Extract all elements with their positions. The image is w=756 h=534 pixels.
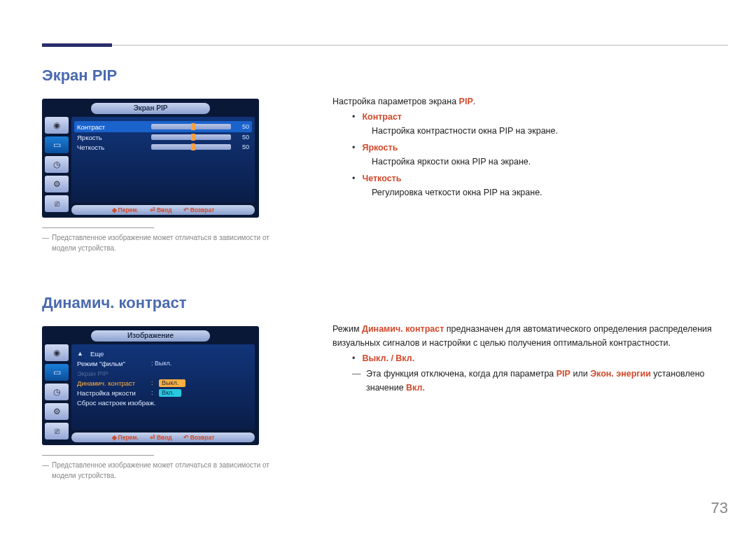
osd-sidebar: ◉ ▭ ◷ ⚙ ⎚ xyxy=(45,344,69,430)
gear-icon: ⚙ xyxy=(45,176,69,192)
bullet-list: Контраст Настройка контрастности окна PI… xyxy=(352,110,728,199)
slider-track xyxy=(151,144,231,150)
section-title: Экран PIP xyxy=(42,66,728,85)
osd-sidebar: ◉ ▭ ◷ ⚙ ⎚ xyxy=(45,117,69,202)
osd-footer-enter: ⏎Ввод xyxy=(150,434,172,441)
note-rule xyxy=(42,227,154,228)
osd-footer-return: ↶Возврат xyxy=(183,434,215,441)
osd-value: 50 xyxy=(235,143,249,150)
diamond-icon: ◆ xyxy=(112,206,117,213)
intro-line: Настройка параметров экрана PIP. xyxy=(332,94,728,108)
osd-footer: ◆Перем. ⏎Ввод ↶Возврат xyxy=(71,433,255,442)
bullet-desc: Настройка яркости окна PIP на экране. xyxy=(372,155,728,169)
osd-label: Еще xyxy=(90,350,104,358)
display-icon: ▭ xyxy=(45,136,69,153)
return-icon: ↶ xyxy=(183,206,189,213)
clock-icon: ◷ xyxy=(45,384,69,400)
bullet-desc: Регулировка четкости окна PIP на экране. xyxy=(372,185,728,199)
disclaimer-note: Представленное изображение может отличат… xyxy=(42,460,276,481)
body-paragraph: Режим Динамич. контраст предназначен для… xyxy=(332,322,728,350)
osd-label: Режим "фильм" xyxy=(77,360,147,367)
osd-label: Динамич. контраст xyxy=(77,379,147,387)
slider-track xyxy=(151,124,231,129)
osd-label: Сброс настроек изображ. xyxy=(77,399,155,407)
accent-text: Вкл. xyxy=(406,383,425,393)
enter-icon: ⏎ xyxy=(150,434,155,441)
osd-footer-move: ◆Перем. xyxy=(112,206,139,213)
osd-value-highlight: Выкл. xyxy=(159,379,186,387)
osd-value: : Выкл. xyxy=(151,360,172,367)
return-icon: ↶ xyxy=(183,434,189,441)
bullet-contrast: Контраст xyxy=(352,110,728,124)
osd-value: 50 xyxy=(235,134,249,141)
section-dynamic-contrast: Динамич. контраст Изображение ◉ ▭ ◷ ⚙ ⎚ … xyxy=(42,294,728,481)
osd-row-sharpness: Четкость 50 xyxy=(77,142,249,152)
osd-row-reset: Сброс настроек изображ. xyxy=(77,398,249,407)
diamond-icon: ◆ xyxy=(112,434,117,441)
osd-title: Изображение xyxy=(91,330,210,342)
osd-screenshot-image: Изображение ◉ ▭ ◷ ⚙ ⎚ ▲ Еще Режим "фильм… xyxy=(42,326,259,445)
section-pip-screen: Экран PIP Экран PIP ◉ ▭ ◷ ⚙ ⎚ Контраст 5… xyxy=(42,66,728,253)
note-rule xyxy=(42,455,154,456)
osd-row-more: ▲ Еще xyxy=(77,349,249,358)
display-icon: ▭ xyxy=(45,364,69,381)
slider-track xyxy=(151,134,231,140)
bullet-off-on: Выкл. / Вкл. xyxy=(352,351,728,365)
osd-row-brightset: Настройка яркости : Вкл. xyxy=(77,388,249,398)
page-number: 73 xyxy=(711,499,728,517)
input-icon: ⎚ xyxy=(45,195,69,212)
osd-footer-enter: ⏎Ввод xyxy=(150,206,172,213)
osd-screenshot-pip: Экран PIP ◉ ▭ ◷ ⚙ ⎚ Контраст 50 Яркость xyxy=(42,99,259,218)
osd-footer-move: ◆Перем. xyxy=(112,434,139,441)
section-title: Динамич. контраст xyxy=(42,294,728,312)
right-column: Настройка параметров экрана PIP. Контрас… xyxy=(332,94,728,253)
bullet-brightness: Яркость xyxy=(352,141,728,155)
camera-icon: ◉ xyxy=(45,117,69,134)
camera-icon: ◉ xyxy=(45,344,69,361)
disclaimer-note: Представленное изображение может отличат… xyxy=(42,232,276,253)
right-column: Режим Динамич. контраст предназначен для… xyxy=(332,322,728,481)
triangle-up-icon: ▲ xyxy=(77,350,83,357)
osd-label: Контраст xyxy=(77,123,147,131)
dash-note: Эта функция отключена, когда для парамет… xyxy=(352,367,728,395)
osd-row-contrast: Контраст 50 xyxy=(74,121,252,132)
osd-row-pip: Экран PIP xyxy=(77,368,249,378)
osd-footer: ◆Перем. ⏎Ввод ↶Возврат xyxy=(71,205,255,215)
osd-label: Четкость xyxy=(77,143,147,151)
osd-main-panel: Контраст 50 Яркость 50 Четкость 50 xyxy=(71,117,255,202)
bullet-sharpness: Четкость xyxy=(352,171,728,185)
input-icon: ⎚ xyxy=(45,423,69,440)
accent-text: PIP xyxy=(556,369,570,379)
bullet-desc: Настройка контрастности окна PIP на экра… xyxy=(372,124,728,138)
accent-text: Динамич. контраст xyxy=(362,324,444,334)
enter-icon: ⏎ xyxy=(150,206,155,213)
osd-row-movie: Режим "фильм" : Выкл. xyxy=(77,358,249,368)
osd-row-brightness: Яркость 50 xyxy=(77,132,249,142)
osd-value: 50 xyxy=(235,123,249,130)
header-rule xyxy=(42,45,728,45)
osd-label: Настройка яркости xyxy=(77,389,147,397)
accent-text: Экон. энергии xyxy=(590,369,651,379)
gear-icon: ⚙ xyxy=(45,403,69,420)
bullet-list: Выкл. / Вкл. xyxy=(352,351,728,365)
osd-footer-return: ↶Возврат xyxy=(183,206,215,213)
accent-text: PIP xyxy=(459,97,473,106)
osd-main-panel: ▲ Еще Режим "фильм" : Выкл. Экран PIP Ди… xyxy=(71,344,255,430)
osd-title: Экран PIP xyxy=(91,103,210,114)
osd-row-dyncontrast: Динамич. контраст : Выкл. xyxy=(77,378,249,388)
osd-value-highlight: Вкл. xyxy=(159,389,181,397)
header-accent-bar xyxy=(42,43,112,47)
left-column: Изображение ◉ ▭ ◷ ⚙ ⎚ ▲ Еще Режим "фильм… xyxy=(42,322,276,481)
left-column: Экран PIP ◉ ▭ ◷ ⚙ ⎚ Контраст 50 Яркость xyxy=(42,94,276,253)
clock-icon: ◷ xyxy=(45,156,69,173)
osd-label: Экран PIP xyxy=(77,370,147,377)
osd-label: Яркость xyxy=(77,134,147,141)
